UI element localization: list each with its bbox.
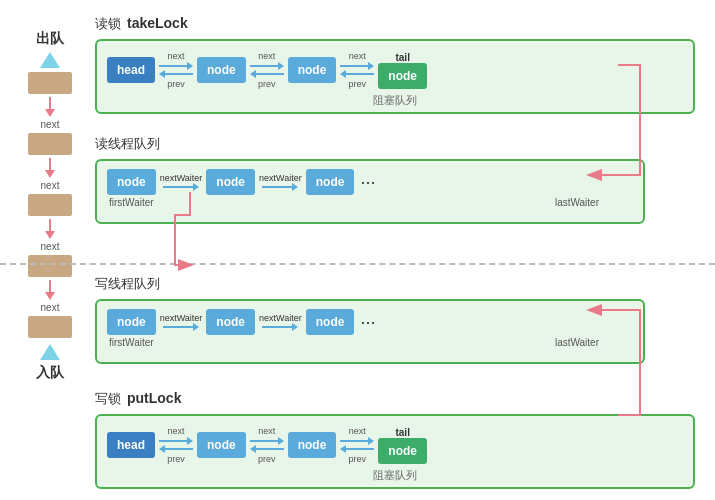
dequeue-label: 出队 [36, 30, 64, 48]
head-node-write: head [107, 432, 155, 458]
next-label-3: next [41, 241, 60, 252]
read-thread-node-row: node nextWaiter node [107, 169, 633, 195]
dots-readthread: ··· [360, 172, 375, 193]
tail-node-read: node [378, 63, 427, 89]
read-thread-queue-section: 读线程队列 node nextWaiter [95, 135, 645, 224]
node-1-readthread: node [107, 169, 156, 195]
last-waiter-label-write: lastWaiter [555, 337, 599, 348]
dots-writethread: ··· [360, 312, 375, 333]
up-arrow-bottom [40, 344, 60, 360]
first-waiter-label-read: firstWaiter [109, 197, 154, 208]
dotted-separator [0, 263, 715, 265]
node-1-writethread: node [107, 309, 156, 335]
write-lock-node-row: head next prev node next [107, 426, 683, 464]
read-lock-section: 读锁 takeLock head next prev [95, 15, 695, 114]
up-arrow-top [40, 52, 60, 68]
diagram-container: 出队 next next next next 入队 [0, 0, 715, 500]
arrow-down-3 [45, 219, 55, 239]
arrow-1: next prev [159, 51, 193, 89]
queue-block-4 [28, 255, 72, 277]
read-thread-box: node nextWaiter node [95, 159, 645, 224]
blocking-label-read: 阻塞队列 [369, 93, 421, 108]
enqueue-label: 入队 [36, 364, 64, 382]
node-3-readthread: node [306, 169, 355, 195]
node-2-readlock: node [288, 57, 337, 83]
write-lock-section: 写锁 putLock head next prev node [95, 390, 695, 489]
arrow-down-1 [45, 97, 55, 117]
read-thread-title: 读线程队列 [95, 136, 160, 151]
arrow-4: next prev [159, 426, 193, 464]
queue-block-2 [28, 133, 72, 155]
queue-block-5 [28, 316, 72, 338]
write-thread-box: node nextWaiter node nextWaiter [95, 299, 645, 364]
node-2-writelock: node [288, 432, 337, 458]
last-waiter-label-read: lastWaiter [555, 197, 599, 208]
write-lock-subtitle: putLock [127, 390, 181, 406]
read-lock-box: head next prev node next [95, 39, 695, 114]
next-label-4: next [41, 302, 60, 313]
blocking-label-write: 阻塞队列 [369, 468, 421, 483]
node-2-writethread: node [206, 309, 255, 335]
arrow-6: next prev [340, 426, 374, 464]
next-label-2: next [41, 180, 60, 191]
tail-node-write: node [378, 438, 427, 464]
arrow-down-4 [45, 280, 55, 300]
node-3-writethread: node [306, 309, 355, 335]
write-thread-title: 写线程队列 [95, 276, 160, 291]
read-lock-subtitle: takeLock [127, 15, 188, 31]
read-lock-title: 读锁 [95, 15, 121, 33]
arrow-5: next prev [250, 426, 284, 464]
node-1-readlock: node [197, 57, 246, 83]
tail-label-write: tail [395, 427, 409, 438]
queue-block-1 [28, 72, 72, 94]
write-lock-title: 写锁 [95, 390, 121, 408]
arrow-3: next prev [340, 51, 374, 89]
next-label-1: next [41, 119, 60, 130]
queue-block-3 [28, 194, 72, 216]
read-lock-node-row: head next prev node next [107, 51, 683, 89]
write-lock-box: head next prev node next [95, 414, 695, 489]
node-2-readthread: node [206, 169, 255, 195]
arrow-2: next prev [250, 51, 284, 89]
head-node: head [107, 57, 155, 83]
left-queue: 出队 next next next next 入队 [20, 30, 80, 382]
node-1-writelock: node [197, 432, 246, 458]
arrow-down-2 [45, 158, 55, 178]
first-waiter-label-write: firstWaiter [109, 337, 154, 348]
tail-label-read: tail [395, 52, 409, 63]
write-thread-queue-section: 写线程队列 node nextWaiter node [95, 275, 645, 364]
write-thread-node-row: node nextWaiter node nextWaiter [107, 309, 633, 335]
